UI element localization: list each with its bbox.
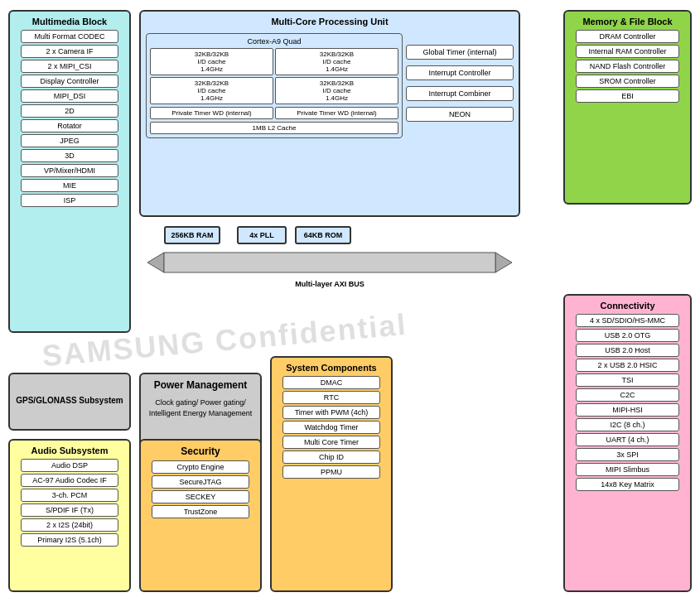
list-item: TSI	[576, 373, 679, 387]
gps-block: GPS/GLONASS Subsystem	[8, 373, 131, 431]
list-item: 2 x USB 2.0 HSIC	[576, 359, 679, 372]
list-item: Watchdog Timer	[282, 421, 381, 434]
mcpu-title: Multi-Core Processing Unit	[146, 17, 514, 26]
audio-block: Audio Subsystem Audio DSP AC-97 Audio Co…	[8, 439, 131, 592]
axi-bus-area: 256KB RAM 4x PLL 64KB ROM Multi-layer AX…	[139, 219, 520, 290]
list-item: SROM Controller	[576, 75, 679, 88]
multimedia-block: Multimedia Block Multi Format CODEC 2 x …	[8, 10, 131, 333]
core-box-1: 32KB/32KB I/D cache 1.4GHz	[275, 48, 398, 75]
list-item: 3-ch. PCM	[21, 489, 119, 502]
list-item: MIPI-HSI	[576, 403, 679, 417]
list-item: TrustZone	[152, 505, 250, 518]
list-item: JPEG	[21, 134, 119, 147]
list-item: NAND Flash Controller	[576, 60, 679, 73]
list-item: Rotator	[21, 119, 119, 132]
list-item: C2C	[576, 388, 679, 402]
list-item: MIPI Slimbus	[576, 463, 679, 476]
mcpu-block: Multi-Core Processing Unit Cortex-A9 Qua…	[139, 10, 520, 217]
core-box-0: 32KB/32KB I/D cache 1.4GHz	[150, 48, 273, 75]
axi-arrow	[139, 240, 520, 286]
list-item: AC-97 Audio Codec IF	[21, 474, 119, 487]
list-item: ISP	[21, 194, 119, 207]
list-item: Display Controller	[21, 75, 119, 88]
side-box-0: Global Timer (internal)	[406, 45, 514, 60]
power-title: Power Management	[146, 379, 255, 391]
svg-marker-1	[495, 253, 512, 272]
side-box-3: NEON	[406, 107, 514, 122]
list-item: MIPI_DSI	[21, 89, 119, 103]
core-box-3: 32KB/32KB I/D cache 1.4GHz	[275, 77, 398, 104]
list-item: 2 x I2S (24bit)	[21, 518, 119, 532]
list-item: Audio DSP	[21, 459, 119, 472]
side-box-2: Interrupt Combiner	[406, 86, 514, 101]
list-item: DRAM Controller	[576, 30, 679, 43]
list-item: EBI	[576, 89, 679, 103]
list-item: Primary I2S (5.1ch)	[21, 533, 119, 547]
list-item: SECKEY	[152, 490, 250, 503]
list-item: 2 x Camera IF	[21, 45, 119, 58]
list-item: USB 2.0 OTG	[576, 329, 679, 342]
list-item: 3D	[21, 149, 119, 162]
memory-block: Memory & File Block DRAM Controller Inte…	[563, 10, 692, 205]
list-item: 3x SPI	[576, 448, 679, 461]
list-item: Crypto Engine	[152, 460, 250, 474]
audio-title: Audio Subsystem	[15, 446, 124, 455]
side-box-1: Interrupt Controller	[406, 65, 514, 80]
list-item: VP/Mixer/HDMI	[21, 164, 119, 177]
list-item: Chip ID	[282, 450, 381, 464]
svg-rect-2	[164, 253, 495, 272]
system-title: System Components	[277, 363, 386, 373]
list-item: 14x8 Key Matrix	[576, 478, 679, 491]
connectivity-title: Connectivity	[570, 301, 685, 311]
list-item: RTC	[282, 391, 381, 404]
svg-marker-0	[147, 253, 164, 272]
list-item: DMAC	[282, 376, 381, 389]
list-item: UART (4 ch.)	[576, 433, 679, 446]
axi-label: Multi-layer AXI BUS	[295, 280, 364, 288]
core-box-2: 32KB/32KB I/D cache 1.4GHz	[150, 77, 273, 104]
connectivity-block: Connectivity 4 x SD/SDIO/HS-MMC USB 2.0 …	[563, 294, 692, 592]
list-item: S/PDIF IF (Tx)	[21, 503, 119, 517]
security-block: Security Crypto Engine SecureJTAG SECKEY…	[139, 439, 262, 592]
system-block: System Components DMAC RTC Timer with PW…	[270, 356, 393, 592]
timer-box-0: Private Timer WD (internal)	[150, 107, 273, 119]
cortex-subtitle: Cortex-A9 Quad	[150, 37, 398, 46]
list-item: MIE	[21, 179, 119, 192]
list-item: USB 2.0 Host	[576, 344, 679, 357]
gps-title: GPS/GLONASS Subsystem	[16, 395, 123, 406]
list-item: Multi Core Timer	[282, 436, 381, 449]
core-grid: 32KB/32KB I/D cache 1.4GHz 32KB/32KB I/D…	[150, 48, 398, 104]
timer-grid: Private Timer WD (internal) Private Time…	[150, 107, 398, 119]
list-item: Internal RAM Controller	[576, 45, 679, 58]
list-item: SecureJTAG	[152, 475, 250, 489]
list-item: Timer with PWM (4ch)	[282, 406, 381, 419]
list-item: I2C (8 ch.)	[576, 418, 679, 431]
cache-box: 1MB L2 Cache	[150, 122, 398, 134]
security-title: Security	[146, 446, 255, 457]
list-item: 2 x MIPI_CSI	[21, 60, 119, 73]
multimedia-title: Multimedia Block	[15, 17, 124, 26]
power-description: Clock gating/ Power gating/ Intelligent …	[146, 397, 255, 418]
memory-title: Memory & File Block	[570, 17, 685, 26]
cortex-area: Cortex-A9 Quad 32KB/32KB I/D cache 1.4GH…	[146, 33, 403, 138]
timer-box-1: Private Timer WD (internal)	[275, 107, 398, 119]
list-item: PPMU	[282, 465, 381, 479]
list-item: 2D	[21, 104, 119, 118]
list-item: 4 x SD/SDIO/HS-MMC	[576, 314, 679, 327]
diagram: SAMSUNG Confidential Multimedia Block Mu…	[0, 0, 700, 607]
list-item: Multi Format CODEC	[21, 30, 119, 43]
